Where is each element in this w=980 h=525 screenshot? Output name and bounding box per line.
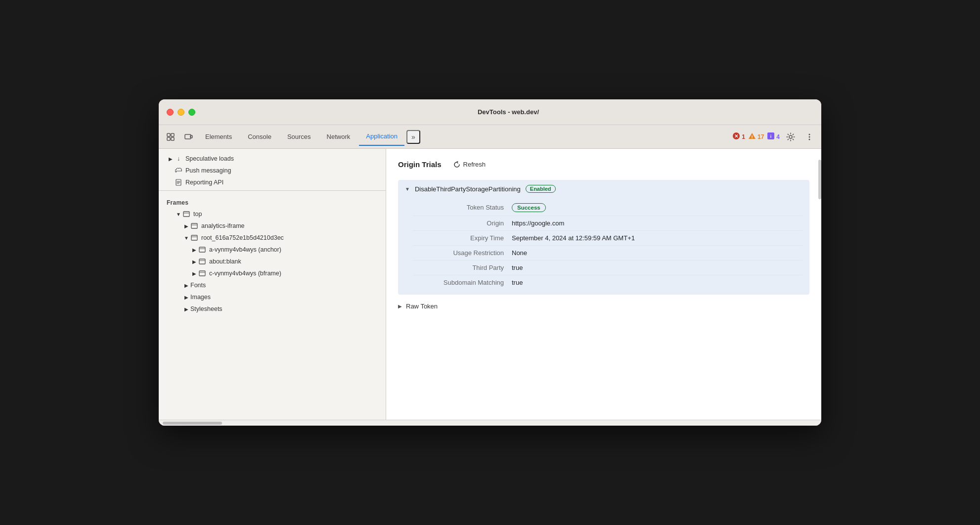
detail-row-expiry: Expiry Time September 4, 2024 at 12:59:5…: [413, 231, 802, 246]
sidebar-item-anchor-frame[interactable]: ▶ a-vynmy4vb4wys (anchor): [159, 244, 386, 256]
sidebar-item-root-frame[interactable]: ▼ root_616a752e1b5d4210d3ec: [159, 232, 386, 244]
sidebar: ▶ ↓ Speculative loads ▶ Push messaging ▶: [159, 149, 386, 420]
scrollbar-thumb[interactable]: [818, 160, 821, 199]
device-toggle-button[interactable]: [180, 129, 196, 145]
gear-icon: [786, 132, 795, 141]
close-button[interactable]: [167, 109, 174, 116]
frame-svg-icon2: [191, 223, 198, 229]
sidebar-item-about-blank[interactable]: ▶ about:blank: [159, 256, 386, 267]
settings-button[interactable]: [783, 129, 799, 145]
tab-overflow-button[interactable]: »: [406, 130, 420, 144]
more-vert-icon: [805, 132, 814, 141]
frame-icon: [190, 234, 198, 242]
sidebar-bottom: [159, 420, 821, 426]
cloud-icon: [175, 167, 182, 175]
third-party-value: true: [512, 264, 523, 271]
detail-row-origin: Origin https://google.com: [413, 216, 802, 231]
expand-arrow-icon: ▶: [190, 269, 198, 277]
svg-rect-25: [199, 259, 205, 264]
tab-sources[interactable]: Sources: [280, 128, 318, 146]
expand-arrow-icon: ▶: [182, 222, 190, 230]
svg-rect-0: [167, 133, 170, 136]
horizontal-scrollbar-thumb[interactable]: [163, 422, 222, 425]
sidebar-item-analytics-iframe[interactable]: ▶ analytics-iframe: [159, 220, 386, 232]
frame-icon: [182, 210, 190, 218]
frame-svg-icon3: [191, 235, 198, 241]
tab-application[interactable]: Application: [359, 128, 404, 146]
doc-svg-icon: [176, 179, 181, 186]
trial-row-header[interactable]: ▼ DisableThirdPartyStoragePartitioning E…: [405, 185, 802, 193]
sidebar-item-bframe[interactable]: ▶ c-vynmy4vb4wys (bframe): [159, 267, 386, 279]
svg-rect-5: [190, 135, 192, 138]
inspect-element-button[interactable]: [163, 129, 178, 145]
minimize-button[interactable]: [178, 109, 184, 116]
more-options-button[interactable]: [802, 129, 817, 145]
trial-details: Token Status Success Origin https://goog…: [405, 200, 802, 290]
sidebar-item-speculative-loads[interactable]: ▶ ↓ Speculative loads: [159, 153, 386, 165]
download-icon: ↓: [175, 155, 182, 163]
section-divider: [159, 190, 386, 194]
sidebar-item-reporting-api[interactable]: ▶ Reporting API: [159, 176, 386, 188]
svg-rect-17: [183, 212, 189, 217]
frames-section-label: Frames: [159, 194, 386, 208]
svg-rect-21: [191, 235, 197, 240]
refresh-button[interactable]: Refresh: [449, 159, 490, 170]
title-bar: DevTools - web.dev/: [159, 99, 821, 125]
svg-rect-4: [185, 134, 191, 139]
svg-rect-1: [171, 133, 174, 136]
sidebar-fonts-label: Fonts: [190, 282, 206, 289]
sidebar-item-label: Push messaging: [185, 167, 231, 174]
window-title: DevTools - web.dev/: [203, 108, 813, 116]
expand-arrow-icon: ▼: [175, 210, 182, 218]
frame-svg-icon5: [199, 259, 206, 264]
tab-network[interactable]: Network: [320, 128, 357, 146]
expand-arrow-icon: ▶: [182, 305, 190, 313]
sidebar-stylesheets-label: Stylesheets: [190, 306, 223, 312]
origin-label: Origin: [413, 219, 512, 227]
detail-row-usage: Usage Restriction None: [413, 246, 802, 261]
svg-rect-2: [167, 137, 170, 140]
tab-console[interactable]: Console: [241, 128, 278, 146]
traffic-lights: [167, 109, 195, 116]
sidebar-item-stylesheets[interactable]: ▶ Stylesheets: [159, 303, 386, 315]
info-count[interactable]: i 4: [767, 132, 780, 141]
error-icon: ✕: [732, 132, 740, 141]
sidebar-item-fonts[interactable]: ▶ Fonts: [159, 279, 386, 291]
tab-elements[interactable]: Elements: [198, 128, 239, 146]
warning-icon: !: [748, 132, 756, 141]
raw-token-row[interactable]: ▶ Raw Token: [398, 303, 809, 310]
sidebar-item-push-messaging[interactable]: ▶ Push messaging: [159, 165, 386, 176]
expand-arrow-icon: ▶: [182, 293, 190, 301]
sidebar-item-frame-top[interactable]: ▼ top: [159, 208, 386, 220]
svg-text:i: i: [770, 134, 772, 139]
detail-row-third-party: Third Party true: [413, 261, 802, 275]
token-status-value: Success: [512, 203, 546, 212]
device-icon: [184, 132, 193, 141]
error-count[interactable]: ✕ 1: [732, 132, 745, 141]
frame-icon: [198, 269, 206, 277]
expand-arrow-icon: ▼: [182, 234, 190, 242]
raw-token-label: Raw Token: [406, 303, 438, 310]
warning-count[interactable]: ! 17: [748, 132, 764, 141]
error-count-value: 1: [742, 133, 745, 140]
sidebar-item-images[interactable]: ▶ Images: [159, 291, 386, 303]
trial-row: ▼ DisableThirdPartyStoragePartitioning E…: [398, 180, 809, 295]
devtools-window: DevTools - web.dev/ Elements Console Sou…: [159, 99, 821, 426]
frame-icon: [198, 246, 206, 254]
content-header: Origin Trials Refresh: [398, 159, 809, 170]
origin-value: https://google.com: [512, 219, 564, 227]
sidebar-anchor-label: a-vynmy4vb4wys (anchor): [209, 246, 281, 253]
maximize-button[interactable]: [188, 109, 195, 116]
svg-rect-3: [171, 137, 174, 140]
raw-token-expand-icon: ▶: [398, 304, 402, 309]
svg-rect-27: [199, 271, 205, 276]
toolbar-right: ✕ 1 ! 17 i: [732, 129, 817, 145]
frame-svg-icon6: [199, 270, 206, 276]
trial-status-badge: Enabled: [526, 185, 556, 193]
expiry-value: September 4, 2024 at 12:59:59 AM GMT+1: [512, 234, 635, 242]
svg-point-15: [809, 138, 810, 140]
expand-arrow-icon: ▶: [182, 281, 190, 289]
svg-rect-23: [199, 247, 205, 252]
expand-arrow-icon: ▶: [190, 246, 198, 254]
frame-svg-icon4: [199, 247, 206, 253]
